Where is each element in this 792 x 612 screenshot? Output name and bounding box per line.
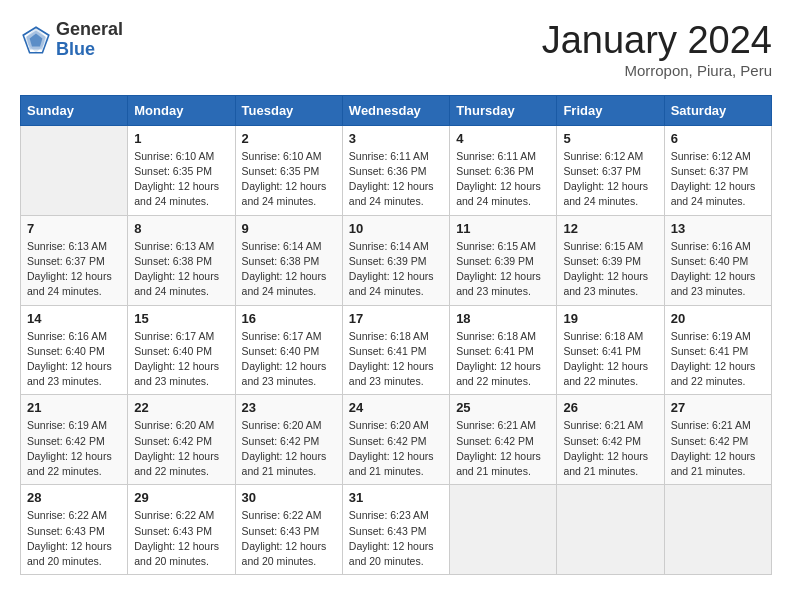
calendar-cell: 19Sunrise: 6:18 AMSunset: 6:41 PMDayligh… bbox=[557, 305, 664, 395]
day-info: Sunrise: 6:11 AMSunset: 6:36 PMDaylight:… bbox=[456, 149, 550, 210]
day-number: 11 bbox=[456, 221, 550, 236]
calendar-cell: 7Sunrise: 6:13 AMSunset: 6:37 PMDaylight… bbox=[21, 215, 128, 305]
day-number: 7 bbox=[27, 221, 121, 236]
day-info: Sunrise: 6:14 AMSunset: 6:39 PMDaylight:… bbox=[349, 239, 443, 300]
page-header: General Blue January 2024 Morropon, Piur… bbox=[20, 20, 772, 79]
day-number: 5 bbox=[563, 131, 657, 146]
day-number: 29 bbox=[134, 490, 228, 505]
day-info: Sunrise: 6:18 AMSunset: 6:41 PMDaylight:… bbox=[563, 329, 657, 390]
calendar-cell: 12Sunrise: 6:15 AMSunset: 6:39 PMDayligh… bbox=[557, 215, 664, 305]
day-info: Sunrise: 6:17 AMSunset: 6:40 PMDaylight:… bbox=[242, 329, 336, 390]
day-number: 1 bbox=[134, 131, 228, 146]
calendar-cell: 27Sunrise: 6:21 AMSunset: 6:42 PMDayligh… bbox=[664, 395, 771, 485]
day-header-monday: Monday bbox=[128, 95, 235, 125]
week-row-2: 7Sunrise: 6:13 AMSunset: 6:37 PMDaylight… bbox=[21, 215, 772, 305]
day-info: Sunrise: 6:23 AMSunset: 6:43 PMDaylight:… bbox=[349, 508, 443, 569]
day-info: Sunrise: 6:11 AMSunset: 6:36 PMDaylight:… bbox=[349, 149, 443, 210]
day-number: 19 bbox=[563, 311, 657, 326]
calendar-cell: 3Sunrise: 6:11 AMSunset: 6:36 PMDaylight… bbox=[342, 125, 449, 215]
day-number: 23 bbox=[242, 400, 336, 415]
day-header-wednesday: Wednesday bbox=[342, 95, 449, 125]
day-info: Sunrise: 6:19 AMSunset: 6:41 PMDaylight:… bbox=[671, 329, 765, 390]
calendar-cell: 18Sunrise: 6:18 AMSunset: 6:41 PMDayligh… bbox=[450, 305, 557, 395]
calendar-cell: 6Sunrise: 6:12 AMSunset: 6:37 PMDaylight… bbox=[664, 125, 771, 215]
calendar-cell: 16Sunrise: 6:17 AMSunset: 6:40 PMDayligh… bbox=[235, 305, 342, 395]
month-title: January 2024 bbox=[542, 20, 772, 62]
day-info: Sunrise: 6:18 AMSunset: 6:41 PMDaylight:… bbox=[456, 329, 550, 390]
day-number: 12 bbox=[563, 221, 657, 236]
calendar-cell bbox=[450, 485, 557, 575]
logo-icon bbox=[20, 24, 52, 56]
calendar-cell: 5Sunrise: 6:12 AMSunset: 6:37 PMDaylight… bbox=[557, 125, 664, 215]
day-header-friday: Friday bbox=[557, 95, 664, 125]
day-number: 18 bbox=[456, 311, 550, 326]
day-info: Sunrise: 6:21 AMSunset: 6:42 PMDaylight:… bbox=[563, 418, 657, 479]
day-number: 3 bbox=[349, 131, 443, 146]
calendar-cell: 25Sunrise: 6:21 AMSunset: 6:42 PMDayligh… bbox=[450, 395, 557, 485]
day-info: Sunrise: 6:21 AMSunset: 6:42 PMDaylight:… bbox=[671, 418, 765, 479]
day-info: Sunrise: 6:13 AMSunset: 6:37 PMDaylight:… bbox=[27, 239, 121, 300]
day-number: 17 bbox=[349, 311, 443, 326]
day-info: Sunrise: 6:20 AMSunset: 6:42 PMDaylight:… bbox=[349, 418, 443, 479]
day-header-thursday: Thursday bbox=[450, 95, 557, 125]
week-row-3: 14Sunrise: 6:16 AMSunset: 6:40 PMDayligh… bbox=[21, 305, 772, 395]
calendar-cell: 21Sunrise: 6:19 AMSunset: 6:42 PMDayligh… bbox=[21, 395, 128, 485]
day-number: 8 bbox=[134, 221, 228, 236]
day-number: 9 bbox=[242, 221, 336, 236]
calendar-header: SundayMondayTuesdayWednesdayThursdayFrid… bbox=[21, 95, 772, 125]
day-header-sunday: Sunday bbox=[21, 95, 128, 125]
logo-text: General Blue bbox=[56, 20, 123, 60]
day-number: 26 bbox=[563, 400, 657, 415]
day-info: Sunrise: 6:12 AMSunset: 6:37 PMDaylight:… bbox=[671, 149, 765, 210]
day-info: Sunrise: 6:13 AMSunset: 6:38 PMDaylight:… bbox=[134, 239, 228, 300]
day-header-saturday: Saturday bbox=[664, 95, 771, 125]
day-info: Sunrise: 6:22 AMSunset: 6:43 PMDaylight:… bbox=[242, 508, 336, 569]
day-info: Sunrise: 6:20 AMSunset: 6:42 PMDaylight:… bbox=[242, 418, 336, 479]
week-row-1: 1Sunrise: 6:10 AMSunset: 6:35 PMDaylight… bbox=[21, 125, 772, 215]
day-number: 6 bbox=[671, 131, 765, 146]
calendar-body: 1Sunrise: 6:10 AMSunset: 6:35 PMDaylight… bbox=[21, 125, 772, 574]
day-info: Sunrise: 6:10 AMSunset: 6:35 PMDaylight:… bbox=[242, 149, 336, 210]
calendar-cell: 22Sunrise: 6:20 AMSunset: 6:42 PMDayligh… bbox=[128, 395, 235, 485]
day-info: Sunrise: 6:15 AMSunset: 6:39 PMDaylight:… bbox=[456, 239, 550, 300]
calendar-cell: 17Sunrise: 6:18 AMSunset: 6:41 PMDayligh… bbox=[342, 305, 449, 395]
week-row-4: 21Sunrise: 6:19 AMSunset: 6:42 PMDayligh… bbox=[21, 395, 772, 485]
calendar-cell: 10Sunrise: 6:14 AMSunset: 6:39 PMDayligh… bbox=[342, 215, 449, 305]
day-number: 20 bbox=[671, 311, 765, 326]
day-info: Sunrise: 6:19 AMSunset: 6:42 PMDaylight:… bbox=[27, 418, 121, 479]
day-number: 24 bbox=[349, 400, 443, 415]
day-number: 15 bbox=[134, 311, 228, 326]
calendar-cell: 31Sunrise: 6:23 AMSunset: 6:43 PMDayligh… bbox=[342, 485, 449, 575]
calendar-cell: 23Sunrise: 6:20 AMSunset: 6:42 PMDayligh… bbox=[235, 395, 342, 485]
calendar-cell: 13Sunrise: 6:16 AMSunset: 6:40 PMDayligh… bbox=[664, 215, 771, 305]
day-number: 21 bbox=[27, 400, 121, 415]
day-number: 28 bbox=[27, 490, 121, 505]
day-number: 25 bbox=[456, 400, 550, 415]
week-row-5: 28Sunrise: 6:22 AMSunset: 6:43 PMDayligh… bbox=[21, 485, 772, 575]
calendar-cell: 20Sunrise: 6:19 AMSunset: 6:41 PMDayligh… bbox=[664, 305, 771, 395]
day-number: 22 bbox=[134, 400, 228, 415]
calendar-cell: 4Sunrise: 6:11 AMSunset: 6:36 PMDaylight… bbox=[450, 125, 557, 215]
logo: General Blue bbox=[20, 20, 123, 60]
calendar-cell bbox=[664, 485, 771, 575]
day-info: Sunrise: 6:16 AMSunset: 6:40 PMDaylight:… bbox=[27, 329, 121, 390]
day-number: 31 bbox=[349, 490, 443, 505]
day-info: Sunrise: 6:10 AMSunset: 6:35 PMDaylight:… bbox=[134, 149, 228, 210]
calendar-cell: 8Sunrise: 6:13 AMSunset: 6:38 PMDaylight… bbox=[128, 215, 235, 305]
day-info: Sunrise: 6:18 AMSunset: 6:41 PMDaylight:… bbox=[349, 329, 443, 390]
calendar-table: SundayMondayTuesdayWednesdayThursdayFrid… bbox=[20, 95, 772, 575]
calendar-cell: 2Sunrise: 6:10 AMSunset: 6:35 PMDaylight… bbox=[235, 125, 342, 215]
calendar-cell bbox=[557, 485, 664, 575]
calendar-cell bbox=[21, 125, 128, 215]
day-number: 27 bbox=[671, 400, 765, 415]
day-number: 13 bbox=[671, 221, 765, 236]
calendar-cell: 15Sunrise: 6:17 AMSunset: 6:40 PMDayligh… bbox=[128, 305, 235, 395]
day-info: Sunrise: 6:22 AMSunset: 6:43 PMDaylight:… bbox=[134, 508, 228, 569]
day-info: Sunrise: 6:12 AMSunset: 6:37 PMDaylight:… bbox=[563, 149, 657, 210]
calendar-cell: 30Sunrise: 6:22 AMSunset: 6:43 PMDayligh… bbox=[235, 485, 342, 575]
day-info: Sunrise: 6:17 AMSunset: 6:40 PMDaylight:… bbox=[134, 329, 228, 390]
calendar-cell: 24Sunrise: 6:20 AMSunset: 6:42 PMDayligh… bbox=[342, 395, 449, 485]
calendar-cell: 14Sunrise: 6:16 AMSunset: 6:40 PMDayligh… bbox=[21, 305, 128, 395]
logo-general-text: General bbox=[56, 20, 123, 40]
day-number: 10 bbox=[349, 221, 443, 236]
